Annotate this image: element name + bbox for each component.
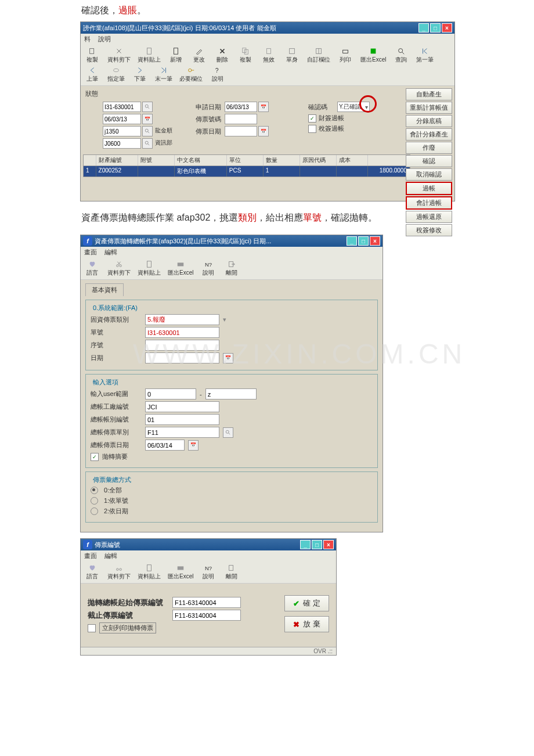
user-input[interactable] [103, 126, 141, 136]
tool-body[interactable]: 單身 [280, 46, 304, 65]
apply-date-input[interactable] [225, 102, 257, 112]
tool-required[interactable]: 必要欄位 [176, 65, 206, 84]
tool-dup[interactable]: 複製 [234, 46, 257, 65]
tool-cut[interactable]: 資料剪下 [104, 46, 134, 65]
doc-no-input[interactable] [103, 102, 141, 112]
tool-edit[interactable]: 更改 [187, 46, 211, 65]
close-button[interactable]: × [442, 23, 452, 33]
confirm-button[interactable]: 確認 [406, 155, 452, 167]
start-no-input[interactable] [172, 597, 241, 608]
close-button[interactable]: × [370, 236, 380, 246]
menu-item[interactable]: 畫面 [84, 552, 97, 559]
tool-paste[interactable]: 資料貼上 [134, 563, 164, 582]
tool-void[interactable]: 無效 [257, 46, 280, 65]
ok-button[interactable]: ✔確 定 [284, 595, 329, 611]
tool-help[interactable]: N?說明 [197, 563, 220, 582]
plant-input[interactable] [145, 401, 219, 412]
fin-post-check[interactable] [308, 114, 316, 123]
voucher-type-input[interactable] [145, 427, 219, 438]
unpost-button[interactable]: 過帳還原 [406, 211, 452, 223]
date-icon[interactable]: 📅 [223, 353, 233, 363]
tool-first[interactable]: 第一筆 [413, 46, 437, 65]
maximize-button[interactable]: □ [312, 540, 322, 549]
table-row[interactable]: 1Z000252彩色印表機PCS11800.0000 [84, 166, 410, 177]
maximize-button[interactable]: □ [358, 236, 369, 246]
print-check[interactable] [88, 624, 96, 632]
tool-last[interactable]: 末一筆 [151, 65, 176, 84]
menu-item[interactable]: 畫面 [84, 249, 97, 255]
menu-item[interactable]: 編輯 [104, 249, 117, 255]
tool-delete[interactable]: 刪除 [211, 46, 234, 65]
maximize-button[interactable]: □ [430, 23, 441, 33]
radio-by-doc[interactable] [91, 497, 98, 505]
tool-cut[interactable]: 資料剪下 [104, 259, 134, 278]
type-input[interactable] [145, 314, 219, 325]
tax-edit-button[interactable]: 稅簽修改 [406, 224, 452, 236]
tool-exit[interactable]: 離開 [220, 259, 243, 278]
lookup-icon[interactable] [142, 102, 153, 112]
summary-check[interactable] [91, 453, 99, 461]
tool-cut[interactable]: 資料剪下 [104, 563, 134, 582]
tool-copy[interactable]: 複製 [81, 46, 104, 65]
tool-custom[interactable]: 自訂欄位 [304, 46, 334, 65]
tool-lang[interactable]: 語言 [81, 259, 104, 278]
minimize-button[interactable]: _ [347, 236, 357, 246]
text: 。 [137, 5, 146, 15]
date-input[interactable] [145, 352, 219, 363]
svg-rect-10 [371, 49, 376, 54]
radio-all[interactable] [91, 487, 98, 494]
voucher-date-input[interactable] [145, 440, 185, 451]
confirm-combo[interactable]: Y.已確認 [337, 102, 370, 112]
menu-item[interactable]: 說明 [98, 35, 111, 42]
entry-draft-button[interactable]: 分錄底稿 [406, 115, 452, 127]
tool-prev[interactable]: 上筆 [81, 65, 104, 84]
void-button[interactable]: 作廢 [406, 142, 452, 154]
minimize-button[interactable]: _ [418, 23, 429, 33]
user-from-input[interactable] [145, 388, 196, 399]
tool-paste[interactable]: 資料貼上 [134, 259, 164, 278]
docno-input[interactable] [145, 327, 219, 338]
acct-post-button[interactable]: 會計過帳 [406, 196, 452, 210]
lookup-icon[interactable] [142, 126, 153, 136]
date-icon[interactable]: 📅 [142, 114, 153, 124]
post-button[interactable]: 過帳 [406, 182, 452, 195]
dept-input[interactable] [103, 138, 141, 149]
tool-next[interactable]: 下筆 [128, 65, 151, 84]
date-input[interactable] [103, 114, 141, 124]
tool-excel[interactable]: 匯出Excel [164, 563, 197, 582]
tool-new[interactable]: 新增 [164, 46, 187, 65]
tool-help[interactable]: N?說明 [197, 259, 220, 278]
tool-help[interactable]: ?說明 [206, 65, 229, 84]
recalc-button[interactable]: 重新計算帳值 [406, 102, 452, 114]
date-icon[interactable]: 📅 [188, 440, 199, 451]
tool-lang[interactable]: 語言 [81, 563, 104, 582]
user-to-input[interactable] [205, 388, 257, 399]
auto-gen-button[interactable]: 自動產生 [406, 88, 452, 100]
close-button[interactable]: × [323, 540, 334, 549]
tool-goto[interactable]: 指定筆 [104, 65, 128, 84]
tool-query[interactable]: 查詢 [389, 46, 413, 65]
voucher-no-input[interactable] [225, 114, 257, 124]
acct-entry-button[interactable]: 會計分錄產生 [406, 128, 452, 141]
date-icon[interactable]: 📅 [258, 126, 269, 136]
menu-item[interactable]: 編輯 [104, 552, 117, 559]
tool-excel[interactable]: 匯出Excel [357, 46, 389, 65]
voucher-date-input[interactable] [225, 126, 257, 136]
tax-post-check[interactable] [308, 125, 316, 133]
menu-item[interactable]: 料 [84, 35, 91, 42]
tool-excel[interactable]: 匯出Excel [164, 259, 197, 278]
tool-exit[interactable]: 離開 [220, 563, 243, 582]
tool-paste[interactable]: 資料貼上 [134, 46, 164, 65]
tab-basic[interactable]: 基本資料 [85, 283, 124, 296]
minimize-button[interactable]: _ [300, 540, 311, 549]
lookup-icon[interactable] [223, 427, 233, 438]
tool-print[interactable]: 列印 [334, 46, 357, 65]
date-icon[interactable]: 📅 [258, 102, 269, 112]
unconfirm-button[interactable]: 取消確認 [406, 168, 452, 181]
book-input[interactable] [145, 414, 219, 425]
end-no-input[interactable] [172, 610, 241, 621]
lookup-icon[interactable] [142, 138, 153, 149]
seq-input[interactable] [145, 340, 219, 351]
cancel-button[interactable]: ✖放 棄 [284, 616, 329, 632]
radio-by-date[interactable] [91, 507, 98, 515]
